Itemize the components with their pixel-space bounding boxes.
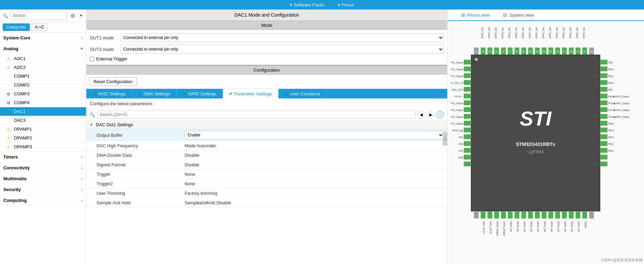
- info-icon: ⓘ: [436, 111, 444, 118]
- svg-text:VSS: VSS: [458, 150, 463, 152]
- sidebar-item-analog[interactable]: Analog ▾: [0, 43, 86, 54]
- sidebar-item-opamp3[interactable]: ⚠ OPAMP3: [0, 143, 86, 151]
- sidebar-item-comp2[interactable]: COMP2: [0, 81, 86, 90]
- tab-nvic-settings[interactable]: ✔ NVIC Settings: [86, 89, 132, 98]
- sidebar-item-system-core[interactable]: System Core ›: [0, 33, 86, 43]
- svg-text:GPIO_Output: GPIO_Output: [556, 27, 558, 38]
- pinout-menu[interactable]: ▾ Pinout: [338, 2, 354, 7]
- svg-rect-151: [589, 211, 594, 219]
- pinout-label: ▾ Pinout: [338, 2, 354, 7]
- reset-config-button[interactable]: Reset Configuration: [89, 77, 137, 86]
- param-row-trigger[interactable]: Trigger None: [86, 170, 447, 179]
- param-search-input[interactable]: [97, 111, 415, 119]
- svg-text:GPIO_Output: GPIO_Output: [488, 27, 491, 38]
- search-input[interactable]: [10, 12, 67, 20]
- dac3-label: DAC3: [14, 118, 26, 123]
- sidebar-item-dac1[interactable]: ✔ DAC1: [0, 107, 86, 116]
- next-nav-button[interactable]: ▶: [427, 111, 434, 118]
- sidebar-item-timers[interactable]: Timers ›: [0, 152, 86, 163]
- svg-text:PA2: PA2: [459, 143, 463, 145]
- param-name-output-buffer: Output Buffer: [86, 131, 181, 139]
- svg-rect-59: [464, 73, 471, 78]
- svg-rect-68: [464, 134, 471, 139]
- tab-gpio-settings[interactable]: ✔ GPIO Settings: [176, 89, 223, 98]
- svg-rect-127: [542, 211, 546, 219]
- svg-text:RCC_OSC_OUT: RCC_OSC_OUT: [451, 89, 463, 91]
- tab-parameter-settings[interactable]: ✔ Parameter Settings: [223, 89, 278, 98]
- param-row-dma-double[interactable]: DMA Double Data Disable: [86, 151, 447, 160]
- svg-text:GPIO_Init: GPIO_Init: [523, 221, 526, 232]
- param-row-sample-hold[interactable]: Sample And Hold Sampleandhold Disable: [86, 198, 447, 208]
- svg-text:PB13: PB13: [608, 136, 614, 138]
- svg-text:FG IO...: FG IO...: [455, 95, 463, 98]
- svg-rect-102: [600, 155, 607, 159]
- sidebar-item-adc2[interactable]: ⚠ ADC2: [0, 63, 86, 72]
- dropdown-arrow[interactable]: ▼: [79, 13, 83, 18]
- sidebar-item-comp1[interactable]: COMP1: [0, 72, 86, 81]
- out1-select[interactable]: Connected to external pin only: [120, 33, 444, 42]
- svg-rect-58: [464, 67, 471, 71]
- svg-rect-123: [515, 211, 519, 219]
- group-header-dac-out1[interactable]: ▼ DAC Out1 Settings: [86, 120, 447, 129]
- svg-rect-130: [562, 211, 567, 219]
- sidebar-item-computing[interactable]: Computing ›: [0, 195, 86, 206]
- sidebar-item-dac3[interactable]: DAC3: [0, 116, 86, 125]
- param-name-dac-high-freq: DAC High Frequency: [86, 142, 181, 150]
- view-tabs: ⊞ Pinout view ⊟ System view: [448, 10, 644, 21]
- svg-text:GPIO_Init: GPIO_Init: [550, 221, 553, 232]
- svg-rect-52: [471, 55, 600, 211]
- tab-az[interactable]: A->Z: [31, 23, 47, 31]
- sidebar-item-multimedia[interactable]: Multimedia ›: [0, 173, 86, 184]
- software-packs-menu[interactable]: ▾ Software Packs: [290, 2, 324, 7]
- tab-system-view[interactable]: ⊟ System view: [496, 10, 541, 21]
- svg-text:GPIO_Output: GPIO_Output: [562, 27, 565, 38]
- sidebar-item-comp3[interactable]: ⊘ COMP3: [0, 90, 86, 98]
- tab-dma-label: DMA Settings: [144, 91, 170, 96]
- out2-select[interactable]: Connected to external pin only: [120, 45, 444, 54]
- ext-trigger-checkbox[interactable]: [90, 57, 94, 61]
- param-value-trigger: None: [181, 170, 447, 178]
- warning-icon: ⚠: [7, 136, 12, 140]
- svg-text:PA11: PA11: [608, 75, 614, 77]
- params-header: Configure the below parameters :: [86, 98, 447, 109]
- sidebar-item-opamp1[interactable]: ⚠ OPAMP1: [0, 125, 86, 134]
- svg-text:GPIO_Output: GPIO_Output: [508, 27, 511, 38]
- svg-rect-129: [555, 211, 560, 219]
- param-row-trigger2[interactable]: Trigger2 None: [86, 179, 447, 189]
- opamp2-label: OPAMP2: [14, 135, 32, 140]
- sidebar-item-opamp2[interactable]: ⚠ OPAMP2: [0, 134, 86, 143]
- system-core-label: System Core: [3, 35, 30, 40]
- top-bar: ▾ Software Packs ▾ Pinout: [0, 0, 644, 10]
- tab-dma-settings[interactable]: ✔ DMA Settings: [132, 89, 177, 98]
- gear-icon[interactable]: ⚙: [69, 12, 77, 19]
- tab-user-constants[interactable]: ✔ User Constants: [278, 89, 327, 98]
- svg-rect-64: [464, 107, 471, 112]
- dac1-label: DAC1: [14, 109, 26, 114]
- param-row-user-trimming[interactable]: User Trimming Factory trimming: [86, 189, 447, 198]
- param-row-signed-format[interactable]: Signed Format Disable: [86, 160, 447, 170]
- warning-icon: ⚠: [7, 65, 12, 70]
- output-buffer-select[interactable]: Enable Disable: [185, 131, 444, 139]
- svg-text:GPIO_Output: GPIO_Output: [535, 27, 538, 38]
- sidebar-item-adc1[interactable]: ⚠ ADC1: [0, 54, 86, 63]
- param-row-dac-high-freq[interactable]: DAC High Frequency Mode Automatic: [86, 141, 447, 151]
- prev-nav-button[interactable]: ◀: [417, 111, 425, 118]
- ext-trigger-label: External Trigger: [96, 56, 127, 61]
- svg-text:AD: AD: [583, 51, 586, 53]
- sidebar-item-security[interactable]: Security ›: [0, 184, 86, 195]
- pinout-view-label: Pinout view: [467, 13, 490, 18]
- svg-text:PA12: PA12: [608, 68, 614, 71]
- tab-pinout-view[interactable]: ⊞ Pinout view: [454, 10, 496, 21]
- param-row-output-buffer[interactable]: Output Buffer Enable Disable: [86, 129, 447, 141]
- tab-check-icon: ✔: [92, 91, 97, 96]
- svg-text:PB12: PB12: [608, 143, 614, 145]
- sidebar-collapse-button[interactable]: ›: [443, 132, 448, 146]
- tab-categories[interactable]: Categories: [3, 23, 30, 31]
- sidebar-item-connectivity[interactable]: Connectivity ›: [0, 163, 86, 173]
- multimedia-label: Multimedia: [3, 176, 26, 181]
- param-value-dma-double: Disable: [181, 151, 447, 159]
- svg-text:GPIO_Output: GPIO_Output: [451, 109, 463, 112]
- svg-text:VSS: VSS: [608, 61, 613, 64]
- svg-rect-132: [576, 211, 580, 219]
- sidebar-item-comp4[interactable]: ⊘ COMP4: [0, 98, 86, 107]
